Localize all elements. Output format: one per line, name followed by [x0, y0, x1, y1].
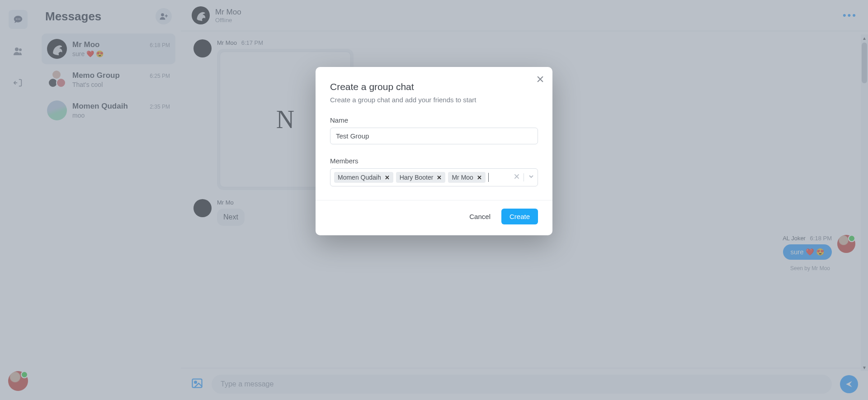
group-name-input[interactable]	[330, 128, 538, 144]
modal-overlay[interactable]: Create a group chat Create a group chat …	[0, 0, 868, 400]
name-label: Name	[330, 116, 538, 124]
chevron-down-icon	[528, 173, 535, 180]
create-group-modal: Create a group chat Create a group chat …	[316, 67, 552, 235]
create-button[interactable]: Create	[501, 209, 538, 224]
member-chip-label: Momen Qudaih	[338, 174, 381, 181]
remove-member-button[interactable]: ✕	[385, 174, 390, 181]
member-chip: Mr Moo ✕	[448, 172, 485, 183]
modal-title: Create a group chat	[330, 81, 538, 92]
modal-actions: Cancel Create	[316, 200, 552, 227]
clear-all-button[interactable]	[514, 173, 520, 181]
remove-member-button[interactable]: ✕	[477, 174, 482, 181]
members-controls	[514, 173, 535, 182]
member-chip-label: Hary Booter	[400, 174, 434, 181]
member-chip: Momen Qudaih ✕	[334, 172, 393, 183]
close-button[interactable]	[536, 75, 544, 86]
member-chip: Hary Booter ✕	[396, 172, 446, 183]
separator	[524, 173, 524, 181]
members-label: Members	[330, 157, 538, 165]
text-cursor	[488, 173, 489, 182]
modal-subtitle: Create a group chat and add your friends…	[330, 96, 538, 104]
dropdown-toggle[interactable]	[528, 173, 535, 182]
close-icon	[536, 75, 544, 83]
members-select[interactable]: Momen Qudaih ✕ Hary Booter ✕ Mr Moo ✕	[330, 168, 538, 186]
cancel-button[interactable]: Cancel	[469, 213, 491, 220]
remove-member-button[interactable]: ✕	[437, 174, 442, 181]
close-icon	[514, 173, 520, 180]
member-chip-label: Mr Moo	[452, 174, 473, 181]
